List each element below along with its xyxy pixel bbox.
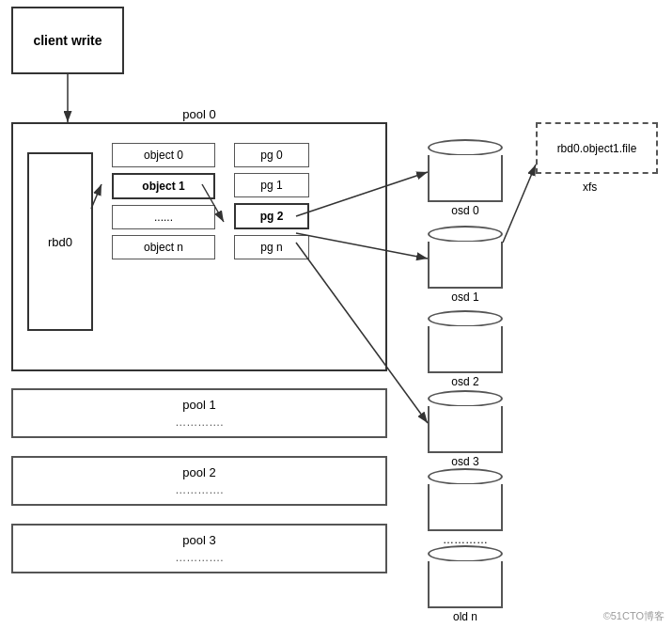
pool3-label: pool 3 [13,533,385,547]
osd2-top [428,310,503,327]
rbd0-label: rbd0 [48,235,72,249]
osd-oldn-body [428,561,503,608]
osd2-cylinder: osd 2 [428,310,503,388]
svg-line-7 [503,165,536,243]
osd-oldn-cylinder: old n [428,545,503,623]
pool2-box: pool 2 …………. [11,456,387,506]
pg2-box: pg 2 [234,203,309,229]
pgn-box: pg n [234,235,309,259]
client-write-label: client write [33,33,102,48]
file-box: rbd0.object1.file [536,122,658,174]
osd3-label: osd 3 [451,455,478,468]
pool3-dots: …………. [13,551,385,564]
pool0-box: pool 0 rbd0 object 0 object 1 ...... obj… [11,122,387,371]
client-write-box: client write [11,7,124,74]
osd3-cylinder: osd 3 [428,390,503,468]
pool1-dots: …………. [13,416,385,429]
object0-box: object 0 [112,143,215,167]
osd0-body [428,155,503,202]
osd-dots-top [428,468,503,485]
osd3-body [428,406,503,453]
osd0-top [428,139,503,156]
osd-oldn-label: old n [453,610,477,623]
pg-group: pg 0 pg 1 pg 2 pg n [234,143,309,265]
osd2-label: osd 2 [451,375,478,388]
osd-dots-label: ………… [443,533,488,546]
osd3-top [428,390,503,407]
rbd0-box: rbd0 [27,152,93,331]
osd-dots-cylinder: ………… [428,468,503,546]
osd1-top [428,226,503,243]
osd-dots-body [428,484,503,531]
watermark: ©51CTO博客 [603,609,664,623]
pg1-box: pg 1 [234,173,309,197]
file-box-label: rbd0.object1.file [557,142,637,155]
objects-group: object 0 object 1 ...... object n [112,143,215,265]
osd-oldn-top [428,545,503,562]
osd1-body [428,242,503,289]
object-dots-box: ...... [112,205,215,229]
pool2-label: pool 2 [13,465,385,479]
pool2-dots: …………. [13,483,385,496]
objectn-box: object n [112,235,215,259]
osd0-label: osd 0 [451,204,478,217]
osd0-cylinder: osd 0 [428,139,503,217]
object1-box: object 1 [112,173,215,199]
osd1-label: osd 1 [451,290,478,304]
diagram: client write pool 0 rbd0 object 0 object… [0,0,672,628]
osd2-body [428,326,503,373]
osd1-cylinder: osd 1 [428,226,503,304]
pg0-box: pg 0 [234,143,309,167]
pool3-box: pool 3 …………. [11,524,387,573]
pool0-label: pool 0 [182,107,215,121]
pool1-box: pool 1 …………. [11,388,387,438]
xfs-label: xfs [583,181,597,194]
pool1-label: pool 1 [13,398,385,412]
